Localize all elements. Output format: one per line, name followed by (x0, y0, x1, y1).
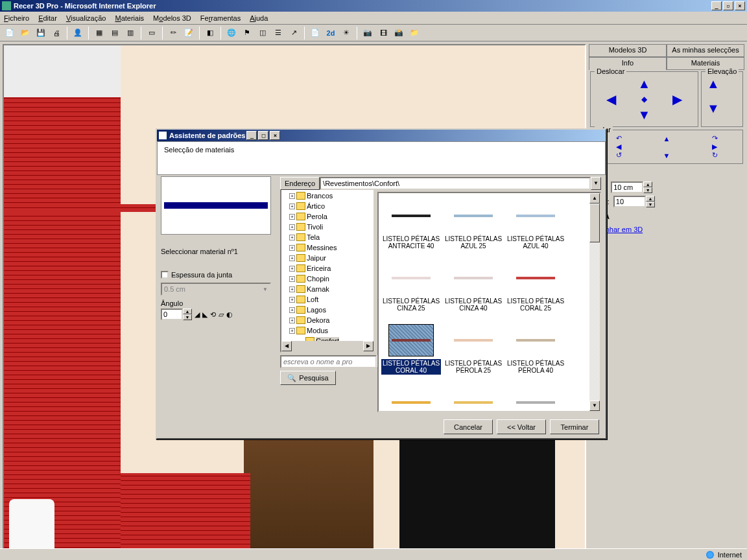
save-icon[interactable]: 💾 (34, 26, 48, 40)
edit-icon[interactable]: 📝 (182, 26, 196, 40)
camera-icon[interactable]: 📷 (361, 26, 375, 40)
dlg-minimize-button[interactable]: _ (246, 131, 257, 140)
tree-node-lagos[interactable]: +Lagos (283, 305, 372, 315)
new-icon[interactable]: 📄 (3, 26, 17, 40)
grid2-icon[interactable]: ▤ (108, 26, 122, 40)
scroll-right-icon[interactable]: ▶ (363, 341, 374, 351)
menu-materiais[interactable]: Materiais (115, 14, 144, 22)
rotate-left-icon[interactable]: ◀ (616, 143, 621, 151)
tree-node-tela[interactable]: +Tela (283, 232, 372, 242)
restore-button[interactable]: ▫ (723, 1, 733, 10)
rotate-right-icon[interactable]: ▶ (712, 143, 717, 151)
doc-icon[interactable]: 📄 (308, 26, 322, 40)
menu-modelos3d[interactable]: Modelos 3D (153, 14, 191, 22)
spin-down-icon[interactable]: ▼ (646, 202, 655, 207)
grid-item[interactable]: LISTELO PÉTALASPÉROLA 25 (442, 321, 504, 384)
search-button[interactable]: 🔍Pesquisa (280, 371, 336, 385)
center-icon[interactable]: ◆ (637, 91, 652, 107)
sun-icon[interactable]: ☀ (339, 26, 353, 40)
menu-editar[interactable]: Editar (38, 14, 57, 22)
rotate-nw-icon[interactable]: ↶ (616, 134, 622, 143)
spin-up-icon[interactable]: ▲ (183, 309, 192, 314)
pencil-icon[interactable]: ✏ (166, 26, 180, 40)
rotate-down-icon[interactable]: ▼ (663, 152, 670, 159)
menu-ajuda[interactable]: Ajuda (250, 14, 268, 22)
spin-up-icon[interactable]: ▲ (646, 196, 655, 202)
camera2-icon[interactable]: 📸 (392, 26, 406, 40)
spin-up-icon[interactable]: ▲ (643, 181, 652, 187)
cube-icon[interactable]: ◫ (255, 26, 270, 40)
angle-tool2-icon[interactable]: ◣ (202, 310, 208, 319)
angle-tool4-icon[interactable]: ▱ (219, 310, 224, 319)
rotate-se-icon[interactable]: ↻ (712, 151, 718, 159)
angulo-input[interactable] (161, 309, 183, 320)
tree-node-karnak[interactable]: +Karnak (283, 284, 372, 294)
menu-visualizacao[interactable]: Visualização (66, 14, 106, 22)
grid-item[interactable]: LISTELO PÉTALASAZUL 40 (504, 197, 567, 259)
elev-up-icon[interactable]: ▲ (706, 76, 721, 91)
grid1-icon[interactable]: ▦ (92, 26, 106, 40)
print-icon[interactable]: 🖨 (49, 26, 64, 40)
flag-icon[interactable]: ⚑ (240, 26, 254, 40)
finish-button[interactable]: Terminar (550, 419, 599, 434)
espessura-checkbox[interactable] (161, 271, 169, 279)
folder2-icon[interactable]: 📁 (407, 26, 421, 40)
panel-icon[interactable]: ◧ (203, 26, 217, 40)
scroll-down-icon[interactable]: ▼ (589, 401, 600, 411)
dlg-close-button[interactable]: × (270, 131, 280, 140)
rotate-ne-icon[interactable]: ↷ (712, 134, 718, 143)
grid-item[interactable]: LISTELO PÉTALASANTRACITE 40 (380, 197, 442, 259)
dialog-titlebar[interactable]: Assistente de padrões _ □ × (157, 130, 606, 141)
tree-node-loft[interactable]: +Loft (283, 294, 372, 305)
folder-tree[interactable]: +Escorial+Brancos+Ártico+Perola+Tivoli+T… (280, 178, 375, 353)
open-icon[interactable]: 📂 (18, 26, 32, 40)
grid-item[interactable]: LISTELO PÉTALASCINZA 25 (380, 259, 442, 321)
globe-icon[interactable]: 🌐 (224, 26, 239, 40)
close-button[interactable]: × (735, 1, 745, 10)
scroll-thumb[interactable] (589, 204, 600, 242)
arrow-left-icon[interactable]: ◀ (604, 91, 619, 107)
grid-item[interactable]: LISTELO PÉTALASAZUL 25 (442, 197, 504, 259)
grid3-icon[interactable]: ▥ (123, 26, 137, 40)
angle-tool3-icon[interactable]: ⟲ (210, 310, 216, 319)
angle-tool1-icon[interactable]: ◢ (195, 310, 200, 319)
scroll-up-icon[interactable]: ▲ (589, 193, 600, 204)
grid-item[interactable]: LISTELO PÉTALASPÉROLA 40 (504, 321, 567, 384)
grid-item[interactable] (442, 384, 504, 412)
spin-down-icon[interactable]: ▼ (643, 187, 652, 193)
address-dropdown-icon[interactable]: ▼ (591, 177, 601, 190)
minimize-button[interactable]: _ (711, 1, 722, 10)
grid-item[interactable]: LISTELO PÉTALASCORAL 40 (380, 321, 442, 384)
espessura-input[interactable]: 0.5 cm▼ (161, 283, 271, 296)
sso-input[interactable] (611, 181, 643, 193)
elev-down-icon[interactable]: ▼ (706, 100, 721, 116)
rotate-up-icon[interactable]: ▲ (663, 135, 670, 143)
export-icon[interactable]: ↗ (287, 26, 301, 40)
angle-tool5-icon[interactable]: ◐ (226, 310, 233, 319)
tree-node-perola[interactable]: +Perola (283, 211, 372, 222)
gulo-input[interactable] (613, 196, 646, 207)
menu-ferramentas[interactable]: Ferramentas (200, 14, 241, 22)
arrow-up-icon[interactable]: ▲ (637, 76, 652, 91)
grid-item[interactable] (504, 384, 567, 412)
film-icon[interactable]: 🎞 (376, 26, 390, 40)
stack-icon[interactable]: ☰ (271, 26, 285, 40)
tree-node-chopin[interactable]: +Chopin (283, 274, 372, 284)
dlg-maximize-button[interactable]: □ (258, 131, 268, 140)
scroll-left-icon[interactable]: ◀ (281, 341, 292, 351)
person-icon[interactable]: 👤 (71, 26, 85, 40)
cancel-button[interactable]: Cancelar (444, 419, 493, 434)
grid-item[interactable] (380, 384, 442, 412)
rotate-sw-icon[interactable]: ↺ (616, 151, 622, 159)
2d-icon[interactable]: 2d (324, 26, 338, 40)
tree-node-modus[interactable]: +Modus (283, 325, 372, 336)
tree-node-dekora[interactable]: +Dekora (283, 315, 372, 325)
tree-node-jaipur[interactable]: +Jaipur (283, 253, 372, 263)
grid-item[interactable]: LISTELO PÉTALASCORAL 25 (504, 259, 567, 321)
tree-node-ártico[interactable]: +Ártico (283, 201, 372, 211)
arrow-right-icon[interactable]: ▶ (670, 91, 685, 107)
arrow-down-icon[interactable]: ▼ (637, 107, 652, 122)
back-button[interactable]: << Voltar (497, 419, 546, 434)
tree-node-brancos[interactable]: +Brancos (283, 191, 372, 201)
desenhar-3d-link[interactable]: esenhar em 3D (594, 226, 739, 233)
